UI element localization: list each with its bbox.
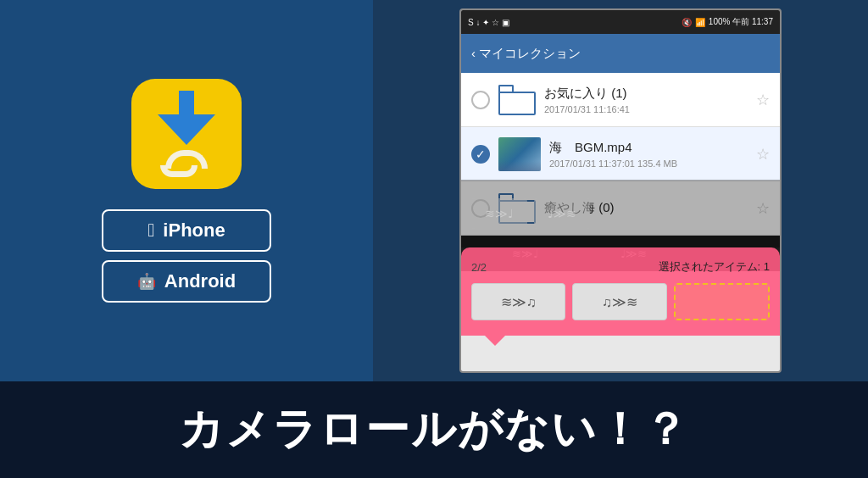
star-icon[interactable]: ☆: [756, 145, 770, 164]
status-right: 🔇 📶 100% 午前 11:37: [682, 16, 773, 28]
volume-icon: 🔇: [682, 18, 692, 27]
popup-btn-dashed[interactable]: [674, 283, 770, 320]
popup-counter: 2/2: [471, 261, 487, 274]
popup-panel: 2/2 選択されたアイテム: 1 ≋≫♫ ♫≫≋: [461, 247, 780, 336]
folder-icon: [498, 85, 536, 115]
android-icon: 🤖: [137, 272, 156, 291]
bottom-text: カメラロールがない！？: [179, 400, 689, 459]
callout-arrow: [485, 336, 505, 346]
app-icon: [131, 79, 242, 189]
iphone-label: iPhone: [163, 220, 225, 242]
item-title: お気に入り (1): [544, 86, 748, 102]
popup-btn-2[interactable]: ♫≫≋: [572, 283, 666, 320]
popup-buttons: ≋≫♫ ♫≫≋: [471, 283, 770, 320]
radio-unchecked[interactable]: [471, 91, 490, 109]
wifi-icon: 📶: [695, 18, 705, 27]
thumbnail: [498, 137, 541, 171]
convert-icon-1: ≋≫♫: [501, 294, 537, 310]
list-item[interactable]: ✓ 海 BGM.mp4 2017/01/31 11:37:01 135.4 MB…: [461, 127, 780, 181]
item-size: 135.4 MB: [637, 158, 677, 169]
radio-checked[interactable]: ✓: [471, 145, 490, 164]
phone-screen: S ↓ ✦ ☆ ▣ 🔇 📶 100% 午前 11:37 ‹ マイコレクション お…: [459, 8, 782, 373]
dim-btn-1: ≋≫♩: [471, 198, 527, 229]
iphone-button[interactable]:  iPhone: [102, 209, 271, 252]
item-text: 海 BGM.mp4 2017/01/31 11:37:01 135.4 MB: [549, 140, 748, 169]
android-label: Android: [164, 270, 236, 292]
status-icons: S ↓ ✦ ☆ ▣: [468, 18, 509, 27]
popup-selected-label: 選択されたアイテム: 1: [659, 259, 770, 275]
right-panel: S ↓ ✦ ☆ ▣ 🔇 📶 100% 午前 11:37 ‹ マイコレクション お…: [373, 0, 868, 381]
battery-text: 100% 午前 11:37: [709, 16, 773, 28]
platform-buttons:  iPhone 🤖 Android: [102, 209, 271, 303]
star-icon[interactable]: ☆: [756, 91, 770, 109]
apple-icon: : [147, 220, 154, 242]
item-text: お気に入り (1) 2017/01/31 11:16:41: [544, 86, 748, 114]
item-meta: 2017/01/31 11:16:41: [544, 104, 748, 114]
list-item[interactable]: お気に入り (1) 2017/01/31 11:16:41 ☆: [461, 73, 780, 127]
item-meta: 2017/01/31 11:37:01 135.4 MB: [549, 158, 748, 169]
dim-btn-2: ♩≫≋: [534, 198, 590, 229]
convert-icon-2: ♫≫≋: [602, 294, 637, 310]
bottom-banner: カメラロールがない！？: [0, 381, 868, 478]
status-bar: S ↓ ✦ ☆ ▣ 🔇 📶 100% 午前 11:37: [461, 10, 780, 34]
left-panel:  iPhone 🤖 Android: [0, 0, 373, 381]
popup-header: 2/2 選択されたアイテム: 1: [471, 259, 770, 275]
nav-bar: ‹ マイコレクション: [461, 34, 780, 73]
status-left-icons: S ↓ ✦ ☆ ▣: [468, 18, 509, 27]
android-button[interactable]: 🤖 Android: [102, 260, 271, 303]
item-title: 海 BGM.mp4: [549, 140, 748, 156]
popup-btn-1[interactable]: ≋≫♫: [471, 283, 565, 320]
nav-back-button[interactable]: ‹ マイコレクション: [471, 46, 581, 62]
